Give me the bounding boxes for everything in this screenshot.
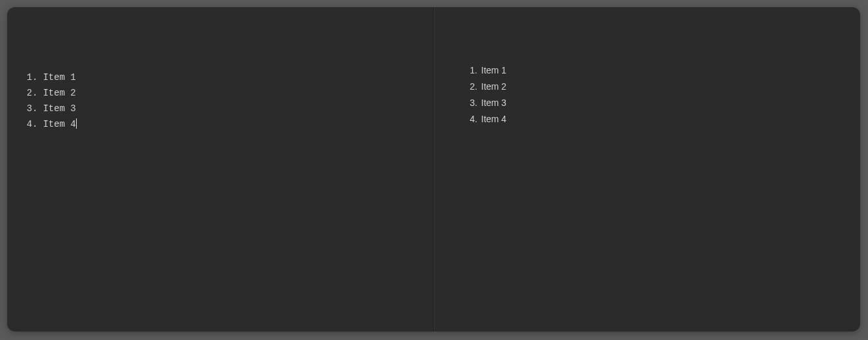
source-line[interactable]: 3. Item 3 xyxy=(27,101,414,116)
line-text: Item 2 xyxy=(43,88,75,98)
ordered-list-preview: Item 1 Item 2 Item 3 Item 4 xyxy=(454,62,841,127)
line-text: Item 4 xyxy=(43,119,75,129)
preview-pane: Item 1 Item 2 Item 3 Item 4 xyxy=(434,7,860,332)
source-line[interactable]: 2. Item 2 xyxy=(27,85,414,101)
line-number: 3 xyxy=(27,103,32,114)
source-editor-pane[interactable]: 1. Item 1 2. Item 2 3. Item 3 4. Item 4 xyxy=(7,7,434,332)
list-item: Item 4 xyxy=(480,111,841,127)
line-number: 1 xyxy=(27,72,32,83)
line-text: Item 1 xyxy=(43,72,75,83)
split-editor-container: 1. Item 1 2. Item 2 3. Item 3 4. Item 4 … xyxy=(7,7,860,332)
list-item: Item 1 xyxy=(480,62,841,79)
list-item: Item 3 xyxy=(480,95,841,111)
list-item: Item 2 xyxy=(480,79,841,95)
line-number: 2 xyxy=(27,88,32,98)
source-line[interactable]: 4. Item 4 xyxy=(27,116,414,132)
line-text: Item 3 xyxy=(43,103,75,114)
line-number: 4 xyxy=(27,119,32,129)
text-cursor xyxy=(76,118,77,129)
source-line[interactable]: 1. Item 1 xyxy=(27,70,414,85)
